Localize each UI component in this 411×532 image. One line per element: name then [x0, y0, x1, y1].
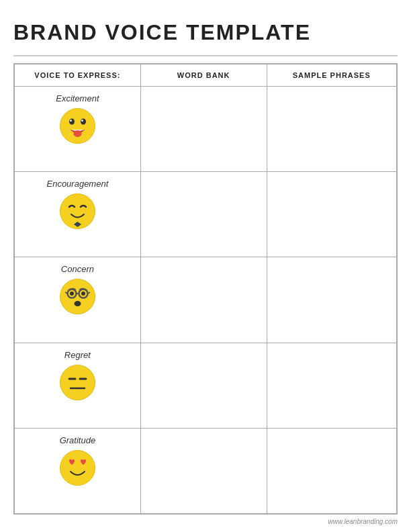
table-row: Concern — [15, 257, 397, 343]
regret-emoji-icon — [59, 364, 96, 401]
voice-label-concern: Concern — [20, 264, 135, 274]
voice-cell-encouragement: Encouragement — [15, 172, 141, 257]
col-header-phrases: SAMPLE PHRASES — [267, 64, 396, 87]
sample-phrases-cell-gratitude[interactable] — [267, 428, 396, 513]
svg-point-16 — [81, 292, 85, 296]
svg-point-15 — [70, 292, 74, 296]
excitement-emoji-icon — [59, 107, 96, 144]
table-row: Gratitude — [15, 428, 397, 513]
sample-phrases-cell-regret[interactable] — [267, 343, 396, 428]
brand-voice-table: VOICE TO EXPRESS: WORD BANK SAMPLE PHRAS… — [14, 64, 397, 514]
table-row: Regret — [15, 343, 397, 428]
table-header-row: VOICE TO EXPRESS: WORD BANK SAMPLE PHRAS… — [15, 64, 397, 87]
svg-point-18 — [60, 365, 95, 400]
svg-point-17 — [74, 301, 81, 306]
word-bank-cell-encouragement[interactable] — [140, 172, 267, 257]
svg-point-4 — [81, 120, 83, 122]
sample-phrases-cell-concern[interactable] — [267, 257, 396, 343]
page: BRAND VOICE TEMPLATE VOICE TO EXPRESS: W… — [0, 0, 411, 532]
gratitude-emoji-icon — [59, 449, 96, 486]
voice-label-regret: Regret — [20, 350, 135, 360]
emoji-regret — [20, 364, 135, 401]
voice-cell-excitement: Excitement — [15, 87, 141, 172]
page-title: BRAND VOICE TEMPLATE — [13, 20, 398, 45]
sample-phrases-cell-excitement[interactable] — [267, 87, 396, 172]
emoji-encouragement — [20, 193, 135, 230]
svg-point-8 — [76, 223, 79, 226]
svg-point-0 — [60, 109, 95, 144]
table-row: Encouragement — [15, 172, 397, 257]
voice-label-gratitude: Gratitude — [20, 435, 135, 445]
svg-point-3 — [70, 120, 72, 122]
voice-label-excitement: Excitement — [20, 93, 135, 103]
word-bank-cell-regret[interactable] — [140, 343, 267, 428]
footer-url: www.leanbranding.com — [328, 518, 398, 525]
word-bank-cell-concern[interactable] — [140, 257, 267, 343]
svg-point-22 — [60, 450, 95, 485]
svg-point-1 — [69, 119, 75, 125]
encouragement-emoji-icon — [59, 193, 96, 230]
voice-cell-concern: Concern — [15, 257, 141, 343]
word-bank-cell-excitement[interactable] — [140, 87, 267, 172]
table-row: Excitement — [15, 87, 397, 172]
col-header-voice: VOICE TO EXPRESS: — [15, 64, 141, 87]
svg-point-5 — [73, 130, 81, 137]
voice-cell-regret: Regret — [15, 343, 141, 428]
title-section: BRAND VOICE TEMPLATE — [13, 13, 398, 56]
footer: www.leanbranding.com — [13, 515, 398, 525]
table-wrapper: VOICE TO EXPRESS: WORD BANK SAMPLE PHRAS… — [13, 63, 398, 515]
emoji-gratitude — [20, 449, 135, 486]
svg-point-9 — [60, 279, 95, 314]
emoji-concern — [20, 278, 135, 315]
voice-label-encouragement: Encouragement — [20, 179, 135, 189]
col-header-wordbank: WORD BANK — [140, 64, 267, 87]
voice-cell-gratitude: Gratitude — [15, 428, 141, 513]
svg-point-2 — [81, 119, 86, 125]
word-bank-cell-gratitude[interactable] — [140, 428, 267, 513]
concern-emoji-icon — [59, 278, 96, 315]
sample-phrases-cell-encouragement[interactable] — [267, 172, 396, 257]
emoji-excitement — [20, 107, 135, 144]
